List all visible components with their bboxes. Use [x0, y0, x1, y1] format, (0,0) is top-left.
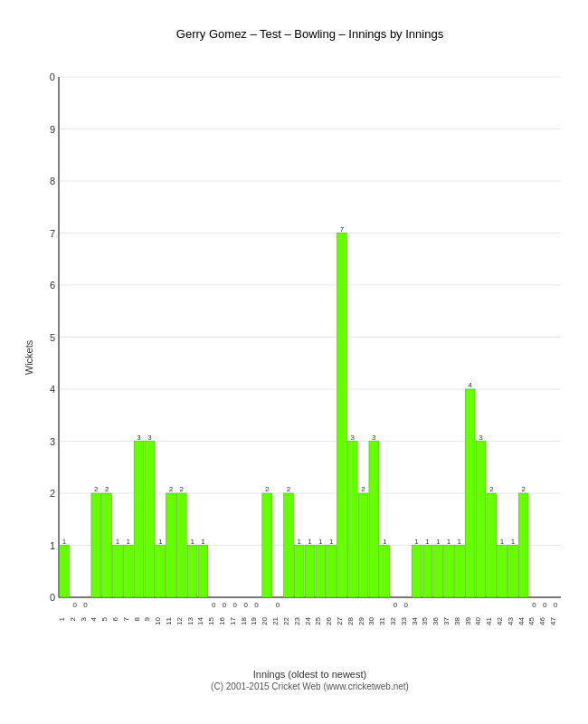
svg-text:2: 2	[489, 485, 494, 493]
svg-text:0: 0	[404, 601, 409, 609]
svg-text:20: 20	[261, 616, 269, 624]
svg-text:8: 8	[50, 176, 55, 186]
svg-text:1: 1	[58, 616, 66, 621]
svg-text:42: 42	[496, 616, 504, 624]
svg-text:40: 40	[474, 616, 482, 624]
svg-text:37: 37	[442, 616, 450, 624]
svg-rect-49	[156, 546, 166, 598]
svg-text:1: 1	[329, 538, 334, 546]
svg-rect-131	[476, 442, 486, 598]
svg-rect-122	[444, 546, 454, 598]
svg-rect-74	[262, 493, 272, 597]
svg-text:46: 46	[538, 616, 546, 624]
svg-text:0: 0	[50, 592, 55, 603]
svg-text:19: 19	[250, 616, 258, 624]
svg-text:3: 3	[80, 616, 88, 621]
svg-text:0: 0	[532, 601, 536, 609]
svg-rect-40	[123, 546, 133, 598]
svg-rect-46	[145, 442, 155, 598]
svg-text:34: 34	[411, 616, 419, 624]
svg-rect-100	[358, 493, 368, 597]
svg-rect-140	[507, 546, 517, 598]
svg-rect-125	[454, 546, 464, 598]
svg-text:10: 10	[154, 616, 162, 624]
svg-rect-106	[380, 546, 390, 598]
svg-rect-103	[369, 442, 379, 598]
svg-rect-37	[113, 546, 123, 598]
svg-text:1: 1	[50, 540, 55, 551]
svg-rect-55	[176, 493, 186, 597]
svg-text:1: 1	[500, 538, 505, 546]
svg-text:0: 0	[72, 601, 77, 609]
svg-text:25: 25	[314, 616, 322, 624]
svg-text:17: 17	[229, 616, 237, 624]
svg-text:13: 13	[186, 616, 194, 624]
svg-text:43: 43	[507, 616, 515, 624]
svg-text:1: 1	[511, 538, 516, 546]
svg-rect-134	[487, 493, 497, 597]
svg-text:4: 4	[468, 381, 472, 389]
svg-rect-61	[198, 546, 208, 598]
y-axis-label: Wickets	[24, 340, 34, 376]
svg-text:1: 1	[447, 538, 451, 546]
svg-text:7: 7	[340, 225, 345, 233]
svg-text:3: 3	[351, 433, 356, 442]
svg-rect-119	[433, 546, 443, 598]
svg-text:2: 2	[265, 485, 270, 493]
svg-text:23: 23	[293, 616, 301, 624]
svg-text:14: 14	[196, 616, 204, 624]
svg-text:1: 1	[127, 538, 131, 546]
svg-text:8: 8	[133, 616, 141, 621]
svg-text:30: 30	[367, 616, 375, 624]
svg-text:0: 0	[276, 601, 280, 609]
svg-text:0: 0	[212, 601, 216, 609]
svg-text:27: 27	[336, 616, 344, 624]
svg-text:2: 2	[94, 485, 99, 493]
svg-text:18: 18	[240, 616, 248, 624]
svg-text:21: 21	[271, 616, 280, 624]
svg-text:2: 2	[287, 485, 291, 493]
svg-text:1: 1	[297, 538, 301, 546]
svg-text:24: 24	[304, 616, 312, 624]
svg-rect-143	[518, 493, 528, 597]
svg-rect-116	[422, 546, 432, 598]
svg-rect-31	[91, 493, 101, 597]
svg-rect-97	[347, 442, 357, 598]
svg-text:0: 0	[223, 601, 227, 609]
svg-text:2: 2	[50, 488, 55, 499]
svg-text:16: 16	[218, 616, 226, 624]
svg-text:22: 22	[282, 616, 290, 624]
svg-text:2: 2	[361, 485, 365, 493]
svg-text:10: 10	[50, 71, 55, 82]
svg-text:0: 0	[243, 601, 248, 609]
svg-text:38: 38	[453, 616, 461, 624]
svg-text:36: 36	[432, 616, 440, 624]
svg-text:28: 28	[346, 616, 355, 624]
svg-text:7: 7	[50, 228, 55, 239]
svg-text:1: 1	[436, 538, 441, 546]
svg-text:5: 5	[100, 616, 109, 621]
svg-text:29: 29	[357, 616, 365, 624]
chart-svg: 0123456789101102032425161738391102112121…	[50, 50, 570, 665]
svg-text:3: 3	[479, 433, 483, 442]
svg-text:9: 9	[50, 124, 55, 135]
svg-text:41: 41	[485, 616, 493, 624]
svg-text:6: 6	[50, 280, 55, 291]
svg-text:2: 2	[105, 485, 109, 493]
svg-rect-43	[134, 442, 144, 598]
svg-text:35: 35	[421, 616, 429, 624]
svg-text:33: 33	[400, 616, 408, 624]
svg-text:44: 44	[517, 616, 526, 624]
svg-text:1: 1	[190, 538, 194, 546]
svg-text:1: 1	[458, 538, 462, 546]
svg-text:4: 4	[90, 616, 98, 621]
svg-rect-85	[305, 546, 315, 598]
svg-text:32: 32	[389, 616, 397, 624]
chart-title: Gerry Gomez – Test – Bowling – Innings b…	[50, 27, 570, 41]
svg-text:0: 0	[543, 601, 547, 609]
svg-text:1: 1	[62, 538, 67, 546]
svg-rect-94	[337, 233, 347, 598]
svg-text:3: 3	[372, 433, 376, 442]
svg-text:2: 2	[69, 616, 77, 621]
svg-text:0: 0	[554, 601, 558, 609]
